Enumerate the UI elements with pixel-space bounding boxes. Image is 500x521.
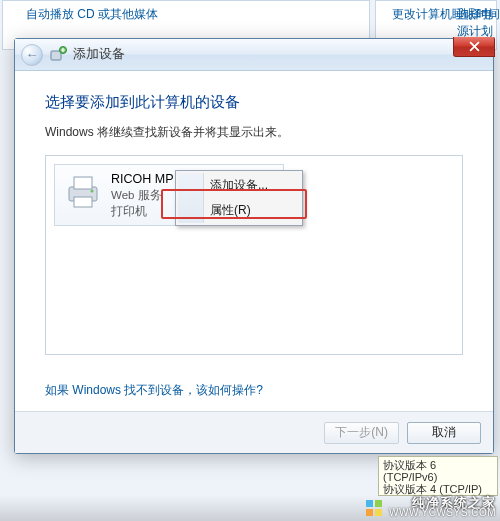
- wizard-footer: 下一步(N) 取消: [15, 411, 493, 453]
- fragment-line-2: 协议版本 4 (TCP/IP): [383, 483, 493, 495]
- titlebar: ← 添加设备: [15, 39, 493, 71]
- fragment-line-1: 协议版本 6 (TCP/IPv6): [383, 459, 493, 483]
- add-device-wizard-window: ← 添加设备 选择要添加到此计算机的设备 Windows 将继续查找新设备并将其…: [14, 38, 494, 454]
- next-button[interactable]: 下一步(N): [324, 422, 399, 444]
- watermark-url: WWW.YCWSYS.COM: [389, 507, 496, 519]
- link-autoplay[interactable]: 自动播放 CD 或其他媒体: [26, 6, 158, 23]
- watermark: 纯净系统之家 WWW.YCWSYS.COM: [0, 495, 500, 521]
- wizard-content: 选择要添加到此计算机的设备 Windows 将继续查找新设备并将其显示出来。 R…: [15, 71, 493, 411]
- svg-rect-8: [366, 509, 373, 516]
- close-icon: [469, 41, 480, 52]
- heading: 选择要添加到此计算机的设备: [45, 93, 463, 112]
- window-title: 添加设备: [73, 46, 125, 63]
- svg-rect-6: [366, 500, 373, 507]
- cancel-button[interactable]: 取消: [407, 422, 481, 444]
- printer-icon: [63, 171, 103, 211]
- svg-rect-7: [375, 500, 382, 507]
- help-link[interactable]: 如果 Windows 找不到设备，该如何操作?: [45, 382, 263, 399]
- subtext: Windows 将继续查找新设备并将其显示出来。: [45, 124, 463, 141]
- watermark-logo-icon: [365, 499, 383, 517]
- back-button[interactable]: ←: [21, 44, 43, 66]
- background-tooltip-fragment: 协议版本 6 (TCP/IPv6) 协议版本 4 (TCP/IP) 排发程序协议…: [378, 456, 498, 496]
- device-list-area: RICOH MP C3503 Web 服务 打印机 添加设备... 属性(R): [45, 155, 463, 355]
- svg-point-5: [91, 190, 94, 193]
- menu-item-properties[interactable]: 属性(R): [178, 198, 300, 223]
- menu-item-add-device[interactable]: 添加设备...: [178, 173, 300, 198]
- add-device-icon: [49, 46, 67, 64]
- svg-rect-3: [74, 177, 92, 189]
- svg-rect-9: [375, 509, 382, 516]
- context-menu: 添加设备... 属性(R): [175, 170, 303, 226]
- svg-rect-0: [51, 51, 61, 60]
- back-arrow-icon: ←: [26, 47, 39, 62]
- svg-rect-4: [74, 197, 92, 207]
- link-power-plan[interactable]: 选择电源计划: [457, 6, 500, 40]
- close-button[interactable]: [453, 37, 495, 57]
